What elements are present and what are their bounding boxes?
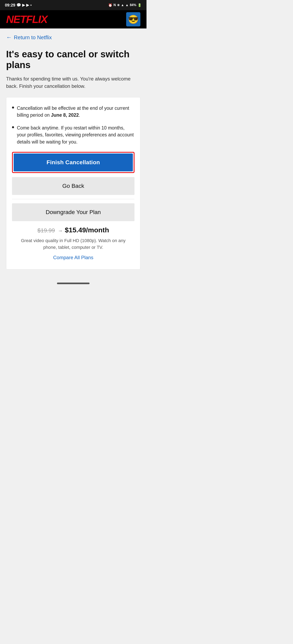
bluetooth-icon: ✳ — [117, 3, 120, 7]
pricing-row: $19.99 → $15.49/month — [12, 226, 135, 234]
new-price: $15.49/month — [65, 226, 109, 234]
divider — [12, 199, 135, 199]
home-indicator — [57, 282, 90, 284]
billing-text: Cancellation will be effective at the en… — [17, 105, 135, 119]
whatsapp-icon: 💬 — [17, 3, 21, 7]
navbar: NETFLIX 😎 — [0, 10, 147, 28]
battery-icon: 🔋 — [138, 3, 142, 7]
info-item-billing: Cancellation will be effective at the en… — [12, 105, 135, 119]
back-arrow-icon: ← — [6, 34, 12, 41]
bottom-bar — [0, 278, 147, 288]
finish-cancellation-button[interactable]: Finish Cancellation — [14, 154, 133, 171]
status-time: 09:29 — [5, 3, 15, 8]
status-bar: 09:29 💬 ▶ ▶ • ⏰ N ✳ ▲ ▲ 84% 🔋 — [0, 0, 147, 10]
info-item-return: Come back anytime. If you restart within… — [12, 124, 135, 146]
netflix-logo: NETFLIX — [6, 13, 47, 26]
return-text: Come back anytime. If you restart within… — [17, 124, 135, 146]
wifi-icon: ▲ — [121, 3, 124, 7]
old-price: $19.99 — [38, 227, 55, 234]
signal-icon: ▲ — [125, 3, 129, 7]
back-link[interactable]: ← Return to Netflix — [0, 28, 147, 45]
dot-icon: • — [30, 3, 32, 7]
pricing-description: Great video quality in Full HD (1080p). … — [12, 237, 135, 251]
page-subtitle: Thanks for spending time with us. You're… — [6, 75, 140, 90]
cancellation-card: Cancellation will be effective at the en… — [6, 97, 140, 270]
bullet-icon — [12, 106, 14, 108]
nfc-icon: N — [114, 3, 116, 7]
youtube-icon2: ▶ — [26, 3, 29, 7]
avatar[interactable]: 😎 — [126, 12, 140, 26]
back-link-label: Return to Netflix — [14, 34, 52, 41]
compare-plans-link[interactable]: Compare All Plans — [12, 255, 135, 262]
bullet-icon-2 — [12, 126, 14, 128]
battery-level: 84% — [130, 3, 136, 7]
arrow-right-icon: → — [58, 228, 63, 233]
page-title: It's easy to cancel or switch plans — [6, 49, 140, 70]
main-content: It's easy to cancel or switch plans Than… — [0, 45, 147, 278]
alarm-icon: ⏰ — [108, 3, 112, 7]
info-list: Cancellation will be effective at the en… — [12, 105, 135, 146]
finish-cancellation-wrapper: Finish Cancellation — [12, 152, 135, 173]
downgrade-button[interactable]: Downgrade Your Plan — [12, 203, 135, 221]
youtube-icon: ▶ — [22, 3, 25, 7]
go-back-button[interactable]: Go Back — [12, 177, 135, 195]
